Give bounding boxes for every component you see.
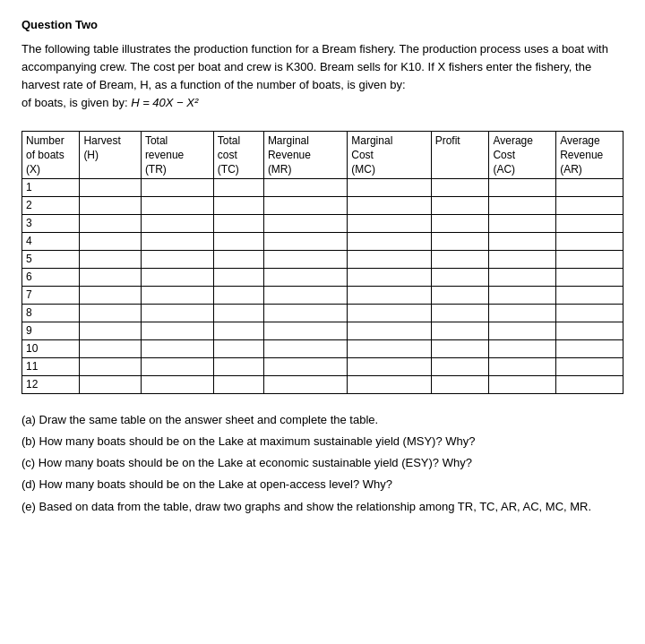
table-cell bbox=[348, 305, 431, 322]
table-cell bbox=[431, 376, 489, 394]
table-cell bbox=[80, 358, 142, 376]
table-cell bbox=[141, 287, 213, 305]
table-cell bbox=[80, 269, 142, 287]
table-cell bbox=[263, 251, 347, 269]
table-cell bbox=[263, 305, 347, 322]
table-row: 11 bbox=[22, 358, 624, 376]
table-cell bbox=[80, 215, 142, 233]
col-header-tr: Totalrevenue(TR) bbox=[141, 131, 213, 179]
table-cell bbox=[80, 340, 142, 358]
table-cell bbox=[141, 251, 213, 269]
question-title: Question Two bbox=[22, 18, 624, 31]
table-cell bbox=[431, 340, 489, 358]
table-cell bbox=[213, 251, 263, 269]
table-cell bbox=[556, 251, 624, 269]
table-cell bbox=[556, 269, 624, 287]
table-header-row: Numberof boats(X) Harvest(H) Totalrevenu… bbox=[22, 131, 624, 179]
table-cell bbox=[489, 340, 556, 358]
table-cell bbox=[489, 233, 556, 251]
table-cell bbox=[348, 287, 431, 305]
table-cell bbox=[348, 322, 431, 340]
table-cell bbox=[348, 215, 431, 233]
table-cell bbox=[263, 179, 347, 197]
table-cell bbox=[556, 376, 624, 394]
table-cell bbox=[348, 251, 431, 269]
col-header-mc: MarginalCost(MC) bbox=[348, 131, 431, 179]
table-cell bbox=[80, 233, 142, 251]
table-cell bbox=[141, 215, 213, 233]
intro-text: The following table illustrates the prod… bbox=[22, 42, 608, 91]
col-header-mr: MarginalRevenue(MR) bbox=[263, 131, 347, 179]
table-cell bbox=[556, 215, 624, 233]
table-cell bbox=[263, 376, 347, 394]
table-cell bbox=[489, 179, 556, 197]
table-cell bbox=[213, 376, 263, 394]
table-cell bbox=[489, 376, 556, 394]
table-cell bbox=[489, 305, 556, 322]
table-row: 10 bbox=[22, 340, 624, 358]
table-cell bbox=[348, 376, 431, 394]
col-header-h: Harvest(H) bbox=[80, 131, 142, 179]
table-cell bbox=[489, 358, 556, 376]
col-header-profit: Profit bbox=[431, 131, 489, 179]
table-cell bbox=[80, 305, 142, 322]
table-row: 6 bbox=[22, 269, 624, 287]
table-cell-x: 5 bbox=[22, 251, 80, 269]
table-cell bbox=[263, 340, 347, 358]
table-cell bbox=[431, 287, 489, 305]
table-row: 1 bbox=[22, 179, 624, 197]
table-row: 2 bbox=[22, 197, 624, 215]
table-cell bbox=[141, 269, 213, 287]
intro-paragraph: The following table illustrates the prod… bbox=[22, 40, 624, 113]
table-body: 123456789101112 bbox=[22, 179, 624, 394]
table-cell bbox=[213, 305, 263, 322]
table-cell bbox=[431, 269, 489, 287]
table-cell bbox=[263, 358, 347, 376]
table-cell bbox=[141, 305, 213, 322]
col-header-tc: Totalcost(TC) bbox=[213, 131, 263, 179]
table-cell bbox=[263, 287, 347, 305]
table-cell bbox=[141, 233, 213, 251]
table-cell bbox=[213, 233, 263, 251]
table-cell bbox=[489, 197, 556, 215]
table-cell bbox=[141, 376, 213, 394]
table-cell bbox=[348, 179, 431, 197]
table-row: 12 bbox=[22, 376, 624, 394]
table-cell bbox=[348, 340, 431, 358]
table-cell-x: 4 bbox=[22, 233, 80, 251]
production-table: Numberof boats(X) Harvest(H) Totalrevenu… bbox=[22, 131, 624, 395]
table-cell bbox=[263, 233, 347, 251]
formula: H = 40X − X² bbox=[131, 96, 198, 109]
table-cell bbox=[556, 322, 624, 340]
table-cell bbox=[213, 215, 263, 233]
table-cell bbox=[556, 340, 624, 358]
table-cell-x: 10 bbox=[22, 340, 80, 358]
table-cell bbox=[141, 322, 213, 340]
table-cell bbox=[348, 358, 431, 376]
table-cell bbox=[263, 215, 347, 233]
table-cell bbox=[489, 287, 556, 305]
table-row: 9 bbox=[22, 322, 624, 340]
table-cell bbox=[556, 233, 624, 251]
table-cell bbox=[80, 251, 142, 269]
table-cell bbox=[431, 197, 489, 215]
question-a: (a) Draw the same table on the answer sh… bbox=[22, 410, 624, 430]
table-cell bbox=[141, 358, 213, 376]
table-cell bbox=[431, 322, 489, 340]
question-c: (c) How many boats should be on the Lake… bbox=[22, 453, 624, 473]
col-header-ac: AverageCost(AC) bbox=[489, 131, 556, 179]
table-cell-x: 8 bbox=[22, 305, 80, 322]
table-row: 4 bbox=[22, 233, 624, 251]
table-cell bbox=[348, 233, 431, 251]
table-cell bbox=[556, 197, 624, 215]
table-cell bbox=[213, 358, 263, 376]
table-cell-x: 12 bbox=[22, 376, 80, 394]
table-cell bbox=[213, 197, 263, 215]
table-cell bbox=[348, 269, 431, 287]
table-cell bbox=[141, 340, 213, 358]
table-cell bbox=[489, 251, 556, 269]
table-row: 3 bbox=[22, 215, 624, 233]
table-cell bbox=[80, 322, 142, 340]
table-cell bbox=[80, 197, 142, 215]
table-cell bbox=[213, 340, 263, 358]
